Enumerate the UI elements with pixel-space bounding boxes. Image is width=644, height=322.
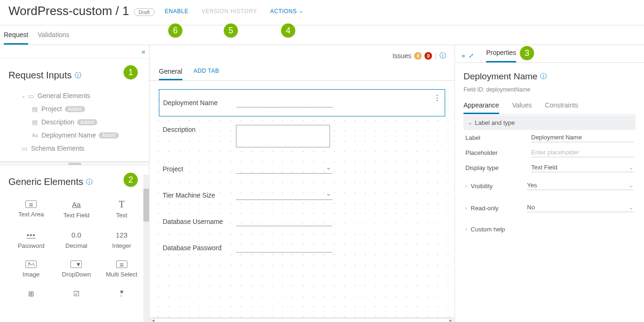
- header-bar: WordPress-custom / 1 Draft ENABLE VERSIO…: [0, 0, 644, 25]
- prop-display-select[interactable]: Text Field ⌄: [531, 163, 634, 172]
- prop-tab-appearance[interactable]: Appearance: [463, 101, 499, 114]
- help-icon[interactable]: ⓘ: [540, 72, 547, 81]
- issues-warning-badge[interactable]: 0: [414, 52, 422, 60]
- properties-tab[interactable]: Properties: [486, 49, 516, 62]
- field-select[interactable]: [236, 164, 332, 174]
- palette-text[interactable]: TText: [99, 195, 144, 223]
- palette-item-extra2[interactable]: ☑: [54, 284, 99, 303]
- field-database-username[interactable]: Database Username: [159, 208, 445, 235]
- prop-label-input[interactable]: [531, 133, 634, 142]
- svg-point-0: [29, 263, 30, 264]
- palette-password[interactable]: •••Password: [8, 225, 54, 254]
- tree-label: Description: [41, 118, 74, 126]
- select-value: Yes: [527, 182, 537, 189]
- readonly-select[interactable]: No ⌄: [527, 204, 634, 212]
- prop-tab-constraints[interactable]: Constraints: [545, 101, 578, 114]
- palette-item-extra1[interactable]: ⊞: [8, 284, 54, 303]
- enable-button[interactable]: ENABLE: [165, 8, 188, 15]
- palette-image[interactable]: Image: [8, 256, 54, 283]
- prop-tab-values[interactable]: Values: [512, 101, 532, 114]
- properties-title: Deployment Name ⓘ: [463, 71, 636, 82]
- issues-row: Issues 0 0 | ⓘ: [149, 45, 455, 60]
- panel-resizer[interactable]: [0, 162, 149, 165]
- status-badge: Draft: [134, 8, 155, 16]
- section-label-and-type[interactable]: ⌄ Label and type: [463, 115, 636, 130]
- text-icon: T: [116, 199, 128, 209]
- field-project[interactable]: Project: [159, 156, 445, 182]
- issues-label: Issues: [393, 52, 411, 60]
- tree-general-elements[interactable]: ⌄ ▭ General Elements: [8, 89, 141, 102]
- prop-display-type-row: Display type Text Field ⌄: [463, 160, 636, 175]
- tree-label: General Elements: [38, 92, 90, 100]
- section-visibility[interactable]: › Visibility Yes ⌄: [463, 175, 636, 197]
- visibility-select[interactable]: Yes ⌄: [527, 182, 634, 190]
- select-value: No: [527, 204, 535, 211]
- actions-menu[interactable]: ACTIONS ⌄: [270, 8, 303, 15]
- field-label: Tier Machine Size: [163, 191, 233, 199]
- left-panel: « 1 Request Inputs ⓘ ⌄ ▭ General Element…: [0, 45, 149, 322]
- field-database-password[interactable]: Database Password: [159, 235, 445, 261]
- palette-decimal[interactable]: 0.0Decimal: [54, 225, 99, 254]
- field-label: Database Username: [163, 217, 233, 225]
- fullscreen-icon[interactable]: ⤢: [469, 52, 474, 59]
- added-badge: Added: [65, 106, 85, 112]
- generic-elements-label: Generic Elements: [8, 176, 83, 187]
- palette-scrollbar[interactable]: [143, 175, 149, 322]
- form-canvas[interactable]: Deployment Name ⋮ Description Project Ti…: [149, 81, 455, 317]
- password-icon: •••: [25, 230, 37, 239]
- tree-schema-elements[interactable]: ▭ Schema Elements: [8, 142, 141, 155]
- tree-item-project[interactable]: ▤ Project Added: [8, 102, 141, 115]
- field-tier-machine-size[interactable]: Tier Machine Size: [159, 182, 445, 208]
- field-input[interactable]: [236, 217, 332, 226]
- title-text: WordPress-custom / 1: [8, 4, 129, 18]
- section-custom-help[interactable]: › Custom help: [463, 219, 636, 240]
- help-icon[interactable]: ⓘ: [440, 52, 446, 60]
- field-input[interactable]: [236, 98, 333, 107]
- field-input[interactable]: [236, 243, 332, 253]
- folder-icon: ▭: [28, 92, 35, 100]
- annotation-2: 2: [124, 173, 138, 187]
- palette-text-area[interactable]: ≡Text Area: [8, 195, 54, 223]
- prop-placeholder-input[interactable]: [531, 148, 634, 157]
- field-deployment-name[interactable]: Deployment Name ⋮: [159, 89, 445, 116]
- palette-dropdown[interactable]: ▾DropDown: [54, 256, 99, 283]
- section-readonly[interactable]: › Read-only No ⌄: [463, 197, 636, 219]
- canvas-tab-general[interactable]: General: [159, 68, 182, 80]
- chevron-down-icon: ⌄: [22, 93, 25, 99]
- tab-request[interactable]: Request: [4, 31, 28, 45]
- canvas-horizontal-scrollbar[interactable]: [149, 317, 455, 322]
- field-description[interactable]: Description: [159, 116, 445, 156]
- tab-validations[interactable]: Validations: [38, 31, 69, 45]
- add-tab-button[interactable]: ADD TAB: [194, 68, 219, 80]
- prop-label: Label: [465, 134, 531, 141]
- help-icon[interactable]: ⓘ: [86, 178, 93, 186]
- checkbox-icon: ☑: [70, 289, 82, 299]
- sub-tabs: Request Validations: [0, 25, 644, 45]
- radio-icon: ◉○: [116, 289, 128, 299]
- chevron-down-icon: ⌄: [468, 120, 472, 125]
- separator: |: [435, 52, 437, 60]
- issues-error-badge[interactable]: 0: [424, 52, 432, 60]
- item-icon: ▤: [32, 106, 39, 113]
- left-collapse-row: «: [0, 45, 149, 59]
- multiselect-icon: ≡: [116, 261, 127, 268]
- tree-label: Project: [41, 105, 62, 113]
- palette-integer[interactable]: 123Integer: [99, 225, 144, 254]
- palette-multiselect[interactable]: ≡Multi Select: [99, 256, 144, 283]
- properties-body: Deployment Name ⓘ Field ID: deploymentNa…: [455, 63, 644, 248]
- tree-label: Deployment Name: [41, 131, 96, 139]
- chevron-right-icon: ›: [465, 206, 467, 211]
- request-inputs-heading: Request Inputs ⓘ: [8, 70, 141, 81]
- palette-text-field[interactable]: AaText Field: [54, 195, 99, 223]
- kebab-icon[interactable]: ⋮: [433, 93, 440, 102]
- expand-right-icon[interactable]: »: [462, 52, 465, 59]
- palette-item-extra3[interactable]: ◉○: [99, 284, 144, 303]
- field-select[interactable]: [236, 191, 332, 200]
- help-icon[interactable]: ⓘ: [75, 71, 81, 80]
- item-icon: ▤: [32, 119, 39, 126]
- annotation-3: 3: [520, 46, 534, 60]
- field-textarea[interactable]: [236, 125, 330, 147]
- collapse-left-icon[interactable]: «: [141, 48, 145, 55]
- tree-item-description[interactable]: ▤ Description Added: [8, 115, 141, 129]
- tree-item-deployment-name[interactable]: Aa Deployment Name Added: [8, 129, 141, 142]
